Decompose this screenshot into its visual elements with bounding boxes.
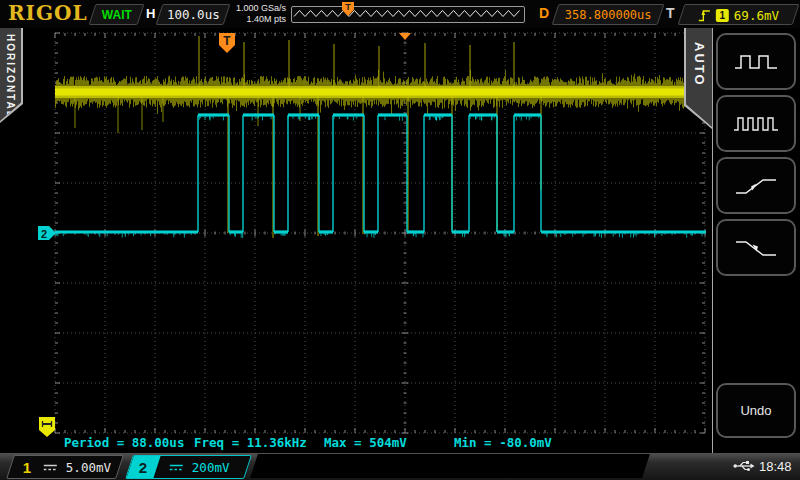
svg-text:2: 2 bbox=[41, 228, 47, 240]
ch1-number: 1 bbox=[23, 459, 31, 476]
auto-single-cycle-button[interactable] bbox=[716, 33, 796, 90]
empty-channel-area bbox=[250, 454, 650, 478]
rigol-logo: RIGOL bbox=[8, 1, 88, 25]
channel-status-bar: 1 5.00mV 2 200mV bbox=[0, 453, 800, 480]
center-position-arrow-icon bbox=[399, 33, 411, 40]
oscilloscope-screen: RIGOL WAIT H 100.0us 1.000 GSa/s 1.40M p… bbox=[0, 0, 800, 480]
clock: 18:48 bbox=[759, 459, 792, 474]
run-status-badge[interactable]: WAIT bbox=[89, 4, 145, 25]
sample-rate: 1.000 GSa/s bbox=[228, 3, 286, 14]
rising-edge-trigger-icon bbox=[698, 7, 711, 23]
measurement-bar: Period = 88.00us Freq = 11.36kHz Max = 5… bbox=[0, 435, 712, 453]
timebase-badge[interactable]: 100.0us bbox=[156, 4, 231, 25]
usb-icon bbox=[733, 459, 755, 477]
run-status-text: WAIT bbox=[102, 8, 132, 22]
memory-depth: 1.40M pts bbox=[228, 14, 286, 25]
square-wave-single-icon bbox=[732, 48, 780, 76]
auto-tab-label: AUTO bbox=[692, 42, 707, 127]
trigger-source-chip: 1 bbox=[716, 8, 729, 21]
top-status-bar: RIGOL WAIT H 100.0us 1.000 GSa/s 1.40M p… bbox=[0, 0, 800, 30]
measurement-freq: Freq = 11.36kHz bbox=[194, 435, 307, 450]
auto-tab[interactable]: AUTO bbox=[684, 28, 712, 129]
square-wave-multi-icon bbox=[732, 110, 780, 138]
ch2-coupling-icon bbox=[169, 463, 184, 472]
menu-panel: Undo bbox=[712, 28, 800, 454]
trigger-label: T bbox=[666, 5, 675, 21]
ch1-offscreen-tag[interactable] bbox=[39, 417, 55, 437]
auto-rising-edge-button[interactable] bbox=[716, 157, 796, 214]
ch2-number-chip: 2 bbox=[126, 456, 160, 478]
acquisition-info: 1.000 GSa/s 1.40M pts bbox=[228, 3, 286, 25]
rising-edge-icon bbox=[732, 172, 780, 200]
waveform-display: T 2 HORIZ bbox=[0, 28, 800, 453]
waveform-plot bbox=[55, 33, 706, 433]
ch2-number: 2 bbox=[139, 459, 147, 476]
timeline-waveform-icon bbox=[292, 7, 522, 20]
record-timeline[interactable]: T bbox=[291, 6, 525, 23]
undo-button-label: Undo bbox=[740, 403, 771, 418]
ch1-coupling-icon bbox=[43, 463, 58, 472]
ch1-badge[interactable]: 1 5.00mV bbox=[6, 455, 124, 479]
delay-label: D bbox=[539, 5, 549, 21]
horizontal-tab[interactable]: HORIZONTAL bbox=[0, 28, 23, 123]
measurement-max: Max = 504mV bbox=[324, 435, 407, 450]
svg-text:T: T bbox=[223, 34, 231, 48]
horizontal-tab-label: HORIZONTAL bbox=[5, 34, 16, 121]
trigger-position-tag[interactable]: T bbox=[219, 33, 235, 53]
delay-badge[interactable]: 358.800000us bbox=[552, 4, 665, 25]
measurement-min: Min = -80.0mV bbox=[454, 435, 552, 450]
ch2-scale: 200mV bbox=[192, 460, 230, 475]
ch1-scale: 5.00mV bbox=[66, 460, 111, 475]
falling-edge-icon bbox=[732, 234, 780, 262]
auto-multi-cycle-button[interactable] bbox=[716, 95, 796, 152]
trigger-badge[interactable]: 1 69.6mV bbox=[678, 4, 800, 25]
timebase-value: 100.0us bbox=[167, 7, 220, 22]
auto-falling-edge-button[interactable] bbox=[716, 219, 796, 276]
undo-button[interactable]: Undo bbox=[716, 383, 796, 438]
ch2-position-tag[interactable]: 2 bbox=[38, 226, 56, 240]
delay-value: 358.800000us bbox=[565, 8, 652, 22]
measurement-period: Period = 88.00us bbox=[64, 435, 184, 450]
ch2-badge[interactable]: 2 200mV bbox=[125, 455, 252, 479]
horizontal-label: H bbox=[146, 6, 155, 21]
trigger-level-value: 69.6mV bbox=[734, 7, 779, 22]
